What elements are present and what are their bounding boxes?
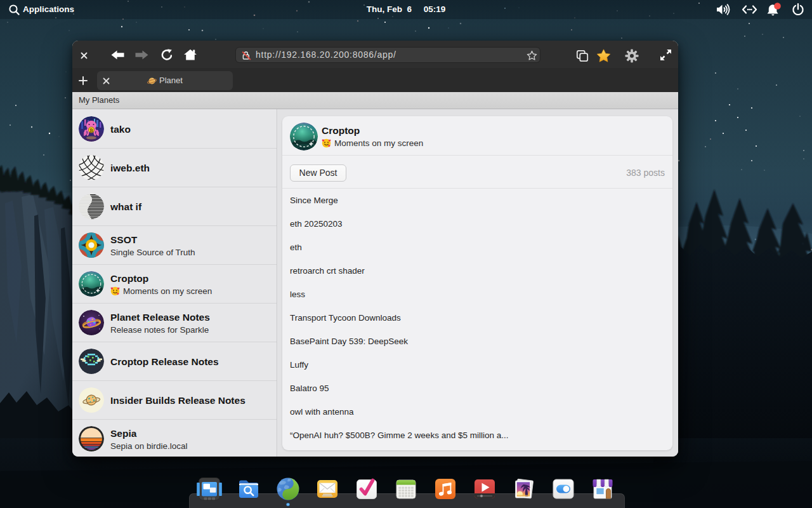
- svg-text:₿: ₿: [89, 128, 93, 133]
